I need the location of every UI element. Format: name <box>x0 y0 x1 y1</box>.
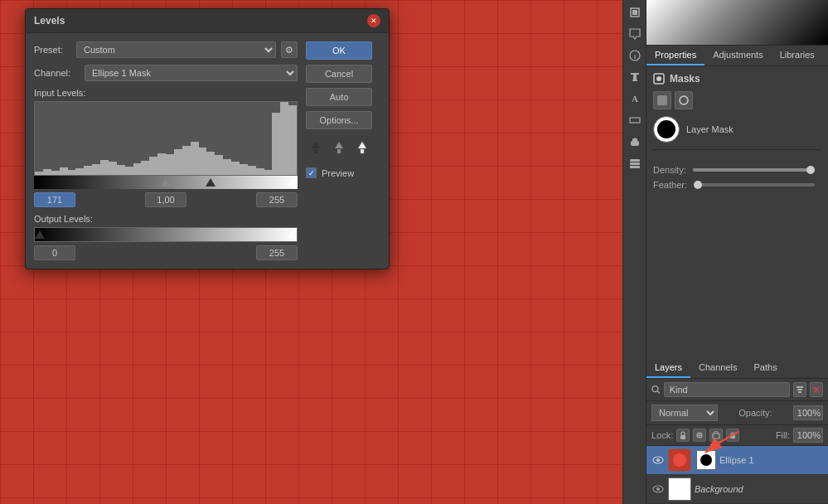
spacer <box>646 200 828 358</box>
histo-bar <box>84 166 92 175</box>
cancel-filter-icon[interactable] <box>810 382 823 397</box>
blend-mode-select[interactable]: Normal <box>651 405 718 421</box>
histo-bar <box>240 164 248 175</box>
channel-row: Channel: Ellipse 1 MaskRGBRedGreenBlue <box>34 65 298 81</box>
histo-bar <box>68 170 76 175</box>
panel-divider <box>653 149 821 150</box>
auto-button[interactable]: Auto <box>306 88 372 106</box>
density-label: Density: <box>653 165 686 175</box>
hand-icon[interactable] <box>626 133 644 151</box>
layer-visibility-ellipse1[interactable] <box>651 453 665 467</box>
cancel-button[interactable]: Cancel <box>306 65 372 83</box>
tab-paths[interactable]: Paths <box>746 358 786 378</box>
output-min-value[interactable] <box>34 245 75 260</box>
density-fill <box>693 168 815 172</box>
layers-icon[interactable] <box>626 154 644 172</box>
pixel-mask-icon[interactable] <box>653 91 671 109</box>
options-button[interactable]: Options... <box>306 111 372 129</box>
layers-search-row <box>646 379 828 401</box>
move-tool-icon[interactable] <box>626 3 644 22</box>
histo-bar <box>43 169 51 175</box>
histo-bar <box>231 162 240 175</box>
density-thumb[interactable] <box>806 166 815 174</box>
layer-row-ellipse1[interactable]: Ellipse 1 <box>646 446 828 475</box>
layer-mask-circle <box>657 120 675 138</box>
svg-point-24 <box>656 76 661 81</box>
feather-slider[interactable] <box>694 183 815 187</box>
layer-visibility-background[interactable] <box>651 482 665 496</box>
feather-thumb[interactable] <box>694 181 702 189</box>
brush-icon[interactable] <box>626 68 644 86</box>
lock-artboard-icon[interactable] <box>709 429 723 442</box>
output-gradient <box>34 227 298 242</box>
info-icon[interactable]: i <box>626 46 644 65</box>
tab-adjustments[interactable]: Adjustments <box>705 46 772 65</box>
dialog-title-text: Levels <box>34 15 65 27</box>
feather-label: Feather: <box>653 180 687 190</box>
svg-rect-0 <box>314 149 317 153</box>
tab-libraries[interactable]: Libraries <box>772 46 823 65</box>
tab-channels[interactable]: Channels <box>690 358 745 378</box>
text-icon[interactable]: A <box>626 90 644 108</box>
midpoint-slider[interactable] <box>161 178 171 187</box>
input-min-value[interactable] <box>34 192 75 207</box>
svg-rect-22 <box>630 166 640 168</box>
gray-eyedropper-button[interactable] <box>329 138 349 158</box>
opacity-input[interactable] <box>793 405 823 420</box>
output-white-slider[interactable] <box>287 230 297 239</box>
dialog-close-button[interactable]: ✕ <box>367 14 380 27</box>
histo-bar <box>100 160 109 175</box>
svg-rect-19 <box>636 138 637 142</box>
density-row: Density: <box>653 165 821 175</box>
histo-bar <box>248 166 256 175</box>
lock-pixels-icon[interactable] <box>676 429 690 442</box>
output-black-slider[interactable] <box>35 230 45 239</box>
lock-position-icon[interactable] <box>693 429 706 442</box>
preset-select[interactable]: CustomDefaultDarkerIncrease Contrast 1In… <box>76 41 276 58</box>
filter-icon[interactable] <box>793 382 806 397</box>
preview-checkbox[interactable]: ✓ <box>306 167 317 178</box>
chat-icon[interactable] <box>626 25 644 43</box>
histo-bar <box>174 149 182 175</box>
layer-mask-mini-ellipse1 <box>696 450 716 470</box>
lock-row: Lock: Fill: <box>646 425 828 446</box>
tab-properties[interactable]: Properties <box>646 46 705 65</box>
lock-all-icon[interactable] <box>726 429 739 442</box>
black-eyedropper-button[interactable] <box>306 138 326 158</box>
preview-row: ✓ Preview <box>306 167 380 178</box>
white-point-slider[interactable] <box>288 178 298 187</box>
histo-bar <box>60 167 68 175</box>
histo-bar <box>288 105 297 175</box>
white-eyedropper-button[interactable] <box>352 138 372 158</box>
svg-marker-5 <box>358 142 366 148</box>
masks-icon-row <box>653 91 821 109</box>
svg-rect-47 <box>669 478 690 500</box>
rectangle-icon[interactable] <box>626 111 644 129</box>
svg-text:A: A <box>632 94 638 104</box>
histo-bar <box>191 142 199 175</box>
ok-button[interactable]: OK <box>306 41 372 60</box>
layer-mask-row: Layer Mask <box>653 116 821 143</box>
svg-rect-11 <box>631 73 639 75</box>
dialog-left-panel: Preset: CustomDefaultDarkerIncrease Cont… <box>34 41 298 260</box>
vector-mask-icon[interactable] <box>675 91 693 109</box>
layer-icon-ellipse1 <box>669 449 690 471</box>
density-slider[interactable] <box>693 168 815 172</box>
channel-select[interactable]: Ellipse 1 MaskRGBRedGreenBlue <box>85 65 298 81</box>
svg-rect-38 <box>713 434 719 439</box>
masks-section: Masks Layer Mask <box>646 66 828 160</box>
preset-gear-button[interactable]: ⚙ <box>281 41 298 58</box>
input-mid-value[interactable] <box>145 192 186 207</box>
lock-label: Lock: <box>651 430 673 440</box>
output-max-value[interactable] <box>256 245 298 260</box>
svg-rect-39 <box>730 435 735 439</box>
fill-input[interactable] <box>793 428 823 443</box>
layer-row-background[interactable]: Background <box>646 475 828 504</box>
black-point-slider[interactable] <box>206 178 215 187</box>
input-slider-track[interactable] <box>34 176 298 189</box>
density-feather-section: Density: Feather: <box>646 160 828 200</box>
kind-search-input[interactable] <box>664 382 790 397</box>
input-max-value[interactable] <box>256 192 298 207</box>
histo-bar <box>109 162 117 175</box>
tab-layers[interactable]: Layers <box>646 358 690 378</box>
